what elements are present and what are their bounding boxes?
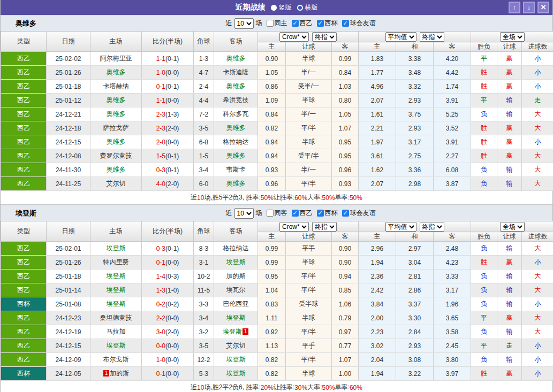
avg-home-cell: 2.21 [359, 121, 396, 135]
league-checkbox[interactable]: 西乙 [292, 209, 313, 218]
friendly-checkbox[interactable]: 球会友谊 [342, 209, 376, 218]
bookmaker-select[interactable]: Crow* [279, 222, 309, 232]
match-row: 西乙24-12-19马拉加3-0(2-0)3-2埃登斯10.92平/半0.972… [1, 325, 553, 339]
league-cell: 西乙 [1, 80, 47, 94]
match-row: 西乙25-02-01埃登斯0-3(0-1)8-3格拉纳达0.99平手0.902.… [1, 242, 553, 256]
match-count-select[interactable]: 10 [234, 208, 254, 219]
match-row: 西乙25-01-26特内里费0-1(0-0)3-1埃登斯0.99半球0.901.… [1, 256, 553, 270]
wdl-result-cell: 平 [471, 339, 497, 353]
score-cell: 2-3(2-0) [142, 121, 194, 135]
wdl-result-cell: 平 [471, 52, 497, 66]
away-team-cell: 科尔多瓦 [214, 107, 258, 121]
match-count-select[interactable]: 10 [234, 18, 254, 29]
summary-segment: 大率: [307, 193, 322, 202]
scope-select[interactable]: 全场 [500, 222, 525, 232]
goals-result-cell: 大 [522, 177, 553, 191]
handicap-result-cell: 输 [497, 177, 522, 191]
recent-results-panel: 近期战绩 竖版 横版 ↑ ↓ ✕ 奥维多 近 10 场 同主 [0, 0, 553, 392]
same-venue-checkbox[interactable]: 同主 [267, 19, 287, 28]
final-odds-select-2[interactable]: 终指 [420, 222, 444, 232]
score-cell: 0-1(0-0) [142, 256, 194, 270]
scope-select[interactable]: 全场 [500, 32, 525, 42]
date-cell: 25-01-14 [47, 283, 90, 297]
team-name: 奥维多 [107, 110, 126, 118]
col-header-date: 日期 [47, 32, 90, 52]
corner-cell: 5-3 [194, 367, 214, 381]
average-select-group: 平均值 终指 [359, 32, 471, 42]
average-select[interactable]: 平均值 [385, 32, 416, 42]
league-cell: 西乙 [1, 107, 47, 121]
team-name: 马拉加 [107, 328, 126, 335]
wdl-result-cell: 胜 [471, 80, 497, 94]
avg-away-cell: 3.87 [434, 177, 471, 191]
wdl-result-cell: 负 [471, 297, 497, 311]
final-odds-select[interactable]: 终指 [312, 32, 337, 42]
subheader-handicap-result: 让球 [497, 232, 522, 242]
date-cell: 25-02-01 [47, 242, 90, 256]
corner-cell: 2-4 [194, 80, 214, 94]
date-cell: 24-11-25 [47, 177, 90, 191]
final-odds-select-2[interactable]: 终指 [420, 32, 444, 42]
handicap-cell: 半球 [286, 256, 332, 270]
handicap-cell: 平/半 [286, 353, 332, 367]
date-cell: 24-12-08 [47, 149, 90, 163]
same-venue-checkbox[interactable]: 同客 [267, 209, 287, 218]
goals-result-cell: 小 [522, 52, 553, 66]
avg-draw-cell: 2.93 [396, 94, 434, 107]
summary-segment: 场,胜5平2负3, 胜率: [204, 193, 260, 202]
avg-draw-cell: 3.17 [396, 135, 434, 149]
date-cell: 24-12-21 [47, 107, 90, 121]
final-odds-select[interactable]: 终指 [312, 222, 337, 232]
corner-cell: 11-5 [194, 283, 214, 297]
team-name: 埃瓦尔 [226, 286, 246, 294]
avg-away-cell: 3.17 [434, 283, 471, 297]
results-table: 类型 日期 主场 比分(半场) 角球 客场 Crow* 终指 平均值 终指 [1, 31, 553, 191]
handicap-cell: 半球 [286, 311, 332, 325]
team-name: 埃登斯 [226, 314, 246, 321]
avg-draw-cell: 3.36 [396, 163, 434, 177]
cup-checkbox[interactable]: 西杯 [317, 209, 338, 218]
average-select[interactable]: 平均值 [385, 222, 416, 232]
radio-selected-icon [271, 5, 277, 11]
score-cell: 1-4(0-3) [142, 270, 194, 283]
cup-checkbox[interactable]: 西杯 [317, 19, 338, 28]
corner-cell: 3-4 [194, 163, 214, 177]
team-name: 奥维多 [226, 124, 246, 132]
col-header-away: 客场 [214, 221, 258, 242]
avg-home-cell: 2.23 [359, 325, 396, 339]
horizontal-layout-radio[interactable]: 横版 [297, 3, 318, 12]
avg-home-cell: 3.84 [359, 297, 396, 311]
handicap-cell: 半球 [286, 367, 332, 381]
league-checkbox[interactable]: 西乙 [292, 19, 313, 28]
score-cell: 4-0(2-0) [142, 177, 194, 191]
friendly-checkbox-label: 球会友谊 [350, 209, 376, 218]
away-team-cell: 埃瓦尔 [214, 283, 258, 297]
col-header-date: 日期 [47, 221, 90, 242]
home-team-cell: 马拉加 [90, 325, 142, 339]
horizontal-radio-label: 横版 [305, 3, 318, 12]
col-header-corner: 角球 [194, 32, 214, 52]
up-arrow-icon: ↑ [513, 3, 517, 11]
score-cell: 1-3(1-0) [142, 283, 194, 297]
goals-result-cell: 大 [522, 121, 553, 135]
home-team-cell: 1加的斯 [90, 367, 142, 381]
home-team-cell: 埃登斯 [90, 270, 142, 283]
team-name: 萨拉戈萨 [103, 124, 129, 132]
move-down-button[interactable]: ↓ [523, 2, 535, 13]
summary-segment: 10 [197, 194, 204, 202]
team-name: 艾尔切 [226, 342, 246, 349]
vertical-layout-radio[interactable]: 竖版 [271, 3, 292, 12]
goals-result-cell: 小 [522, 135, 553, 149]
subheader-home-odds: 主 [258, 232, 286, 242]
bookmaker-select[interactable]: Crow* [279, 32, 309, 42]
halftime-score: (0-1) [165, 166, 179, 174]
corner-cell: 3-5 [194, 121, 214, 135]
wdl-result-cell: 负 [471, 163, 497, 177]
friendly-checkbox[interactable]: 球会友谊 [342, 19, 376, 28]
goals-result-cell: 大 [522, 242, 553, 256]
goals-result-cell: 小 [522, 367, 553, 381]
home-team-cell: 埃登斯 [90, 242, 142, 256]
handicap-cell: 平/半 [286, 270, 332, 283]
close-button[interactable]: ✕ [537, 2, 549, 13]
move-up-button[interactable]: ↑ [509, 2, 520, 13]
